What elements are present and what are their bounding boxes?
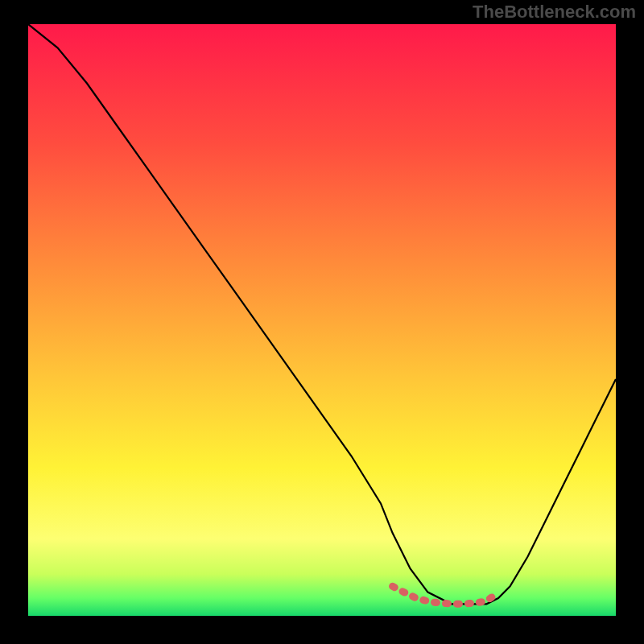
chart-plot-area — [28, 24, 616, 616]
chart-background — [28, 24, 616, 616]
watermark-text: TheBottleneck.com — [473, 2, 636, 23]
chart-svg — [28, 24, 616, 616]
